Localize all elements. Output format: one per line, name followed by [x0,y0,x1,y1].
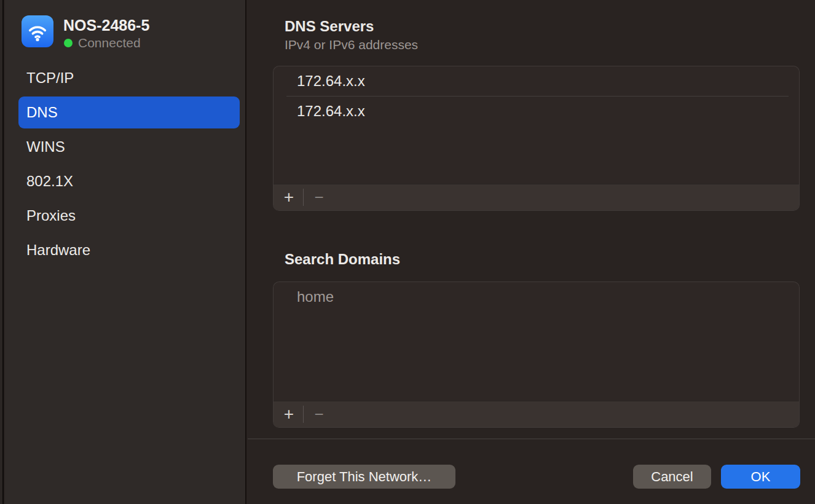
search-list-toolbar: + − [274,401,799,427]
toolbar-divider [303,189,304,206]
toolbar-divider [303,406,304,423]
search-domain-row[interactable]: home [274,282,799,312]
dns-server-value: 172.64.x.x [297,103,365,120]
sidebar-item-label: TCP/IP [26,69,74,87]
cancel-button[interactable]: Cancel [633,465,711,489]
remove-icon[interactable]: − [307,401,331,428]
dns-servers-title: DNS Servers [285,18,374,35]
sidebar-item-proxies[interactable]: Proxies [18,200,240,232]
search-domains-title: Search Domains [285,251,400,268]
search-domain-value: home [297,288,334,305]
dns-server-value: 172.64.x.x [297,73,365,90]
sidebar-item-label: 802.1X [26,173,73,190]
sidebar-item-label: WINS [26,138,65,156]
dns-server-row[interactable]: 172.64.x.x [274,66,799,96]
sidebar-item-label: Proxies [26,207,76,224]
sidebar-item-label: DNS [26,104,58,121]
remove-icon[interactable]: − [307,184,331,211]
network-name: NOS-2486-5 [63,17,149,34]
ok-button[interactable]: OK [721,465,800,489]
network-details-sheet: NOS-2486-5 Connected TCP/IP DNS WINS 802… [0,0,815,504]
dns-server-row[interactable]: 172.64.x.x [274,96,799,126]
dns-servers-list: 172.64.x.x 172.64.x.x + − [273,66,800,211]
dns-list-toolbar: + − [274,184,799,210]
add-icon[interactable]: + [278,184,300,211]
sidebar-item-wins[interactable]: WINS [18,131,240,163]
sidebar-item-label: Hardware [26,242,90,259]
sidebar-item-8021x[interactable]: 802.1X [18,165,240,197]
status-dot [64,39,73,47]
sidebar: NOS-2486-5 Connected TCP/IP DNS WINS 802… [5,0,246,504]
add-icon[interactable]: + [278,401,300,428]
search-domains-list: home + − [273,282,800,428]
wifi-icon [22,15,53,47]
sidebar-item-dns[interactable]: DNS [18,96,240,128]
sidebar-item-hardware[interactable]: Hardware [18,234,240,266]
dns-servers-subtitle: IPv4 or IPv6 addresses [285,37,418,52]
sidebar-nav: TCP/IP DNS WINS 802.1X Proxies Hardware [18,62,240,269]
forget-network-button[interactable]: Forget This Network… [273,465,455,489]
sidebar-item-tcpip[interactable]: TCP/IP [18,62,240,94]
status-label: Connected [78,36,141,50]
window-edge [0,0,4,504]
network-status: Connected [64,36,141,50]
footer-divider [248,438,815,439]
